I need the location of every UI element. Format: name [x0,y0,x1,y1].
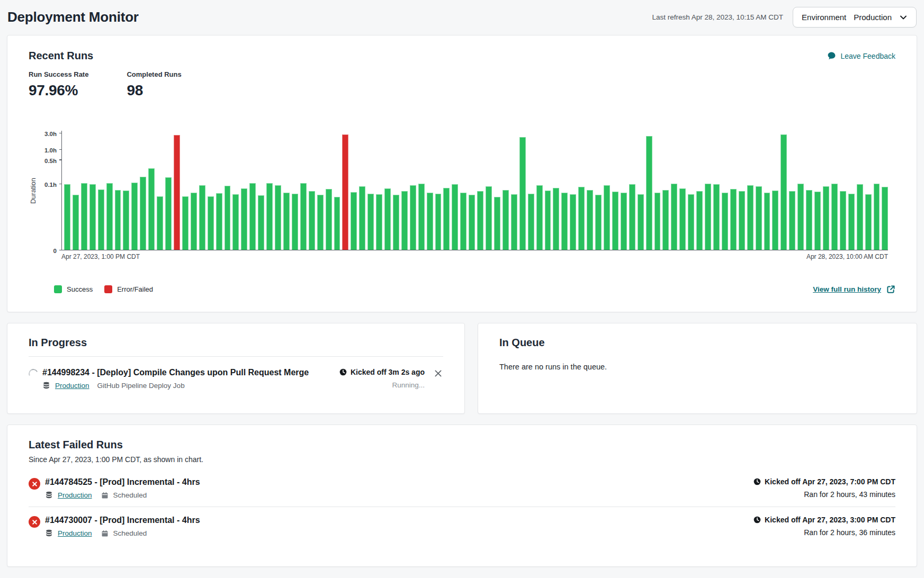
chart-bar-success[interactable] [503,190,509,250]
chart-bar-success[interactable] [157,196,163,250]
chart-bar-success[interactable] [376,194,382,250]
chart-bar-success[interactable] [638,194,644,250]
chart-bar-success[interactable] [747,185,753,250]
environment-dropdown[interactable]: Environment Production [793,7,917,28]
chart-bar-success[interactable] [730,189,737,250]
chart-bar-success[interactable] [232,194,239,250]
chart-bar-success[interactable] [249,183,256,250]
chart-bar-success[interactable] [292,194,298,250]
chart-bar-success[interactable] [326,189,332,250]
chart-bar-success[interactable] [182,196,189,250]
chart-bar-success[interactable] [578,187,585,250]
chart-bar-success[interactable] [797,184,804,250]
chart-bar-success[interactable] [317,195,324,250]
chart-bar-success[interactable] [351,192,357,250]
chart-bar-success[interactable] [309,191,315,250]
chart-bar-success[interactable] [587,190,593,250]
chart-bar-success[interactable] [359,186,365,250]
environment-link[interactable]: Production [58,529,92,537]
chart-bar-success[interactable] [494,197,500,250]
chart-bar-success[interactable] [561,193,568,250]
chart-bar-success[interactable] [739,191,745,250]
chart-bar-success[interactable] [393,195,399,250]
chart-bar-success[interactable] [595,195,602,250]
chart-bar-success[interactable] [208,196,214,250]
chart-bar-success[interactable] [545,191,551,250]
chart-bar-success[interactable] [874,184,880,250]
chart-bar-success[interactable] [367,194,374,250]
chart-bar-success[interactable] [553,188,559,250]
chart-bar-success[interactable] [443,188,450,250]
chart-bar-success[interactable] [688,194,694,250]
chart-bar-success[interactable] [646,136,652,250]
chart-bar-success[interactable] [865,194,872,250]
chart-bar-success[interactable] [89,184,96,250]
chart-bar-success[interactable] [840,191,846,250]
chart-bar-success[interactable] [536,185,543,250]
chart-bar-success[interactable] [823,186,829,250]
chart-bar-success[interactable] [764,193,770,250]
chart-bar-success[interactable] [722,193,728,250]
chart-bar-success[interactable] [671,184,677,250]
chart-bar-success[interactable] [713,184,720,250]
chart-bar-success[interactable] [629,184,635,250]
chart-bar-success[interactable] [604,185,610,250]
chart-bar-failed[interactable] [342,134,348,250]
chart-bar-success[interactable] [882,187,888,250]
chart-bar-success[interactable] [64,184,70,250]
chart-bar-success[interactable] [148,168,155,250]
chart-bar-success[interactable] [806,190,812,250]
chart-bar-success[interactable] [511,194,517,250]
chart-bar-success[interactable] [73,195,79,250]
chart-bar-success[interactable] [334,197,340,250]
environment-link[interactable]: Production [58,491,92,499]
chart-bar-success[interactable] [123,191,129,250]
chart-bar-success[interactable] [427,193,433,250]
chart-bar-success[interactable] [81,183,87,250]
chart-bar-success[interactable] [435,194,442,250]
chart-bar-success[interactable] [283,193,290,250]
leave-feedback-link[interactable]: Leave Feedback [827,51,895,60]
chart-bar-success[interactable] [199,185,205,250]
chart-bar-success[interactable] [106,183,113,250]
chart-bar-success[interactable] [570,194,576,250]
chart-bar-success[interactable] [789,191,795,250]
chart-bar-success[interactable] [418,184,425,250]
close-icon[interactable] [433,368,443,380]
chart-bar-success[interactable] [241,188,247,250]
chart-bar-success[interactable] [98,189,104,250]
chart-bar-success[interactable] [266,183,273,250]
chart-bar-success[interactable] [452,184,458,250]
chart-bar-success[interactable] [756,186,762,250]
chart-bar-success[interactable] [165,177,172,250]
chart-bar-success[interactable] [131,183,138,250]
chart-bar-success[interactable] [679,188,686,250]
chart-bar-success[interactable] [705,184,711,250]
chart-bar-success[interactable] [814,192,821,250]
chart-bar-success[interactable] [486,186,492,250]
chart-bar-success[interactable] [410,185,416,250]
chart-bar-success[interactable] [477,191,483,250]
view-full-run-history-link[interactable]: View full run history [813,285,895,294]
chart-bar-success[interactable] [115,190,121,250]
chart-bar-success[interactable] [469,195,475,250]
chart-bar-success[interactable] [831,184,838,250]
chart-bar-success[interactable] [300,183,307,250]
chart-bar-success[interactable] [191,193,197,250]
chart-bar-success[interactable] [460,193,467,250]
chart-bar-failed[interactable] [174,135,180,250]
chart-bar-success[interactable] [696,191,703,250]
chart-bar-success[interactable] [662,190,669,250]
chart-bar-success[interactable] [528,194,534,250]
environment-link[interactable]: Production [55,382,89,390]
chart-bar-success[interactable] [140,177,146,250]
chart-bar-success[interactable] [384,188,391,250]
chart-bar-success[interactable] [621,193,627,250]
chart-bar-success[interactable] [857,184,863,250]
chart-bar-success[interactable] [225,186,231,250]
chart-bar-success[interactable] [401,191,408,250]
chart-bar-success[interactable] [275,185,281,250]
chart-bar-success[interactable] [848,194,855,250]
chart-bar-success[interactable] [612,192,618,250]
chart-bar-success[interactable] [258,195,264,250]
